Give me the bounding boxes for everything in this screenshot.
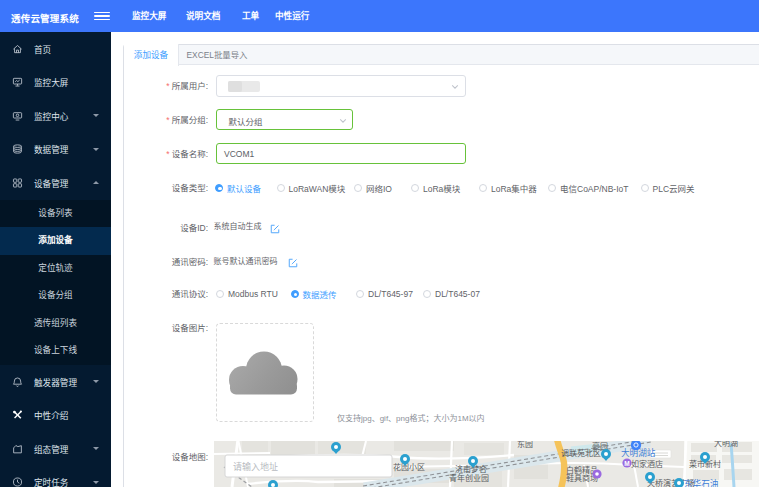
- svg-text:请输入地址: 请输入地址: [233, 461, 278, 472]
- svg-text:大明湖: 大明湖: [714, 441, 738, 448]
- svg-text:东园: 东园: [517, 441, 533, 449]
- svg-text:青年创业园: 青年创业园: [449, 473, 489, 483]
- svg-text:如家酒店: 如家酒店: [631, 459, 663, 469]
- svg-text:花园小区: 花园小区: [393, 462, 425, 472]
- svg-text:东华石油: 东华石油: [684, 478, 718, 487]
- svg-text:M: M: [624, 460, 629, 467]
